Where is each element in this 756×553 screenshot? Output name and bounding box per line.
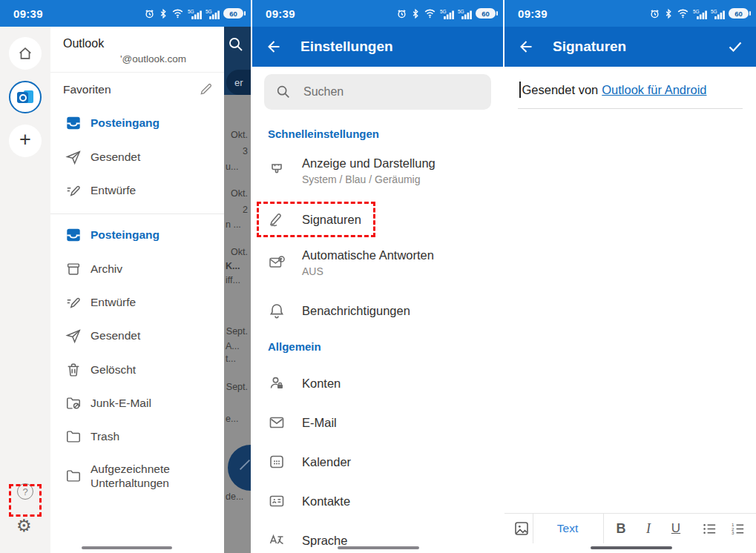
drawer-item-posteingang[interactable]: Posteingang <box>50 218 224 252</box>
settings-item-calendar[interactable]: Kalender <box>252 445 503 479</box>
numbered-list-button[interactable]: 123 <box>726 514 749 543</box>
drawer-item-label: Posteingang <box>91 228 160 242</box>
italic-button[interactable]: I <box>637 514 660 543</box>
drawer-item-geloescht[interactable]: Gelöscht <box>50 353 224 387</box>
paintbrush-icon <box>268 162 286 179</box>
settings-item-contacts[interactable]: Kontakte <box>252 484 503 518</box>
inbox-icon <box>65 115 82 131</box>
folder-icon <box>65 468 82 484</box>
text-style-button[interactable]: Text <box>542 514 594 543</box>
signal-5g-icon: 5G <box>440 8 454 19</box>
home-icon <box>17 45 33 62</box>
section-title-general: Allgemein <box>268 340 321 353</box>
settings-item-label: Konten <box>302 377 341 391</box>
edit-favorites-icon[interactable] <box>199 82 214 96</box>
signal-5g-icon: 5G <box>458 8 472 19</box>
svg-text:5G: 5G <box>206 8 212 13</box>
drawer-item-label: Junk-E-Mail <box>91 396 151 410</box>
accounts-icon <box>268 374 286 392</box>
back-arrow-icon[interactable] <box>516 38 534 56</box>
home-indicator[interactable] <box>338 546 419 549</box>
svg-text:5G: 5G <box>711 8 717 13</box>
drawer-item-label: Entwürfe <box>91 183 136 197</box>
back-arrow-icon[interactable] <box>264 38 282 56</box>
add-account-button[interactable]: + <box>9 125 42 157</box>
settings-search-field[interactable]: Suchen <box>264 74 491 110</box>
settings-item-email[interactable]: E-Mail <box>252 405 503 440</box>
alarm-icon <box>396 8 407 19</box>
wifi-icon <box>424 8 436 19</box>
folder-icon <box>65 428 82 445</box>
divider <box>518 108 743 109</box>
drawer-item-gesendet[interactable]: Gesendet <box>50 319 224 353</box>
favorites-title: Favoriten <box>63 83 111 96</box>
home-indicator[interactable] <box>591 546 672 549</box>
drawer-item-entwuerfe-favorit[interactable]: Entwürfe <box>50 173 224 208</box>
svg-text:5G: 5G <box>440 8 447 13</box>
divider <box>50 72 224 73</box>
bold-button[interactable]: B <box>610 514 632 543</box>
bluetooth-icon <box>664 8 673 19</box>
confirm-check-icon[interactable] <box>726 38 744 56</box>
screen-drawer: 09:39 5G 5G 60 + ? ⚙ O <box>0 0 251 553</box>
signature-link[interactable]: Outlook für Android <box>602 83 706 97</box>
backdrop-fragment: t... <box>226 354 236 364</box>
settings-item-notifications[interactable]: Benachrichtigungen <box>252 294 503 328</box>
status-time: 09:39 <box>13 7 43 20</box>
signature-text-input[interactable]: Gesendet vonOutlook für Android <box>519 80 707 99</box>
dimmed-inbox-header: er <box>224 27 251 95</box>
contact-card-icon <box>268 492 286 510</box>
screen-settings: 09:39 5G 5G 60 Einstellungen Suchen Schn… <box>252 0 503 553</box>
battery-icon: 60 <box>729 8 749 19</box>
mail-icon <box>268 414 286 431</box>
drawer-item-entwuerfe[interactable]: Entwürfe <box>50 285 224 319</box>
svg-text:3: 3 <box>731 529 734 534</box>
home-indicator[interactable] <box>82 546 172 549</box>
send-icon <box>65 149 82 165</box>
search-icon <box>227 36 245 53</box>
account-email: '@outlook.com <box>120 53 186 64</box>
home-button[interactable] <box>9 37 42 70</box>
battery-icon: 60 <box>476 8 496 19</box>
drafts-icon <box>65 294 82 311</box>
format-toolbar: Text B I U 123 <box>504 513 756 543</box>
signature-text: Gesendet von <box>522 83 599 97</box>
dimmed-compose-fab <box>228 445 251 491</box>
settings-item-label: Kontakte <box>302 494 350 509</box>
settings-item-accounts[interactable]: Konten <box>252 366 503 400</box>
drawer-item-aufgezeichnete[interactable]: Aufgezeichnete Unterhaltungen <box>50 452 224 500</box>
status-icons: 5G 5G 60 <box>396 8 496 19</box>
search-icon <box>275 84 292 100</box>
drawer-item-junk[interactable]: Junk-E-Mail <box>50 386 224 420</box>
battery-level: 60 <box>229 10 237 18</box>
settings-item-auto-replies[interactable]: Automatische Antworten AUS <box>252 242 503 283</box>
language-icon <box>268 532 286 549</box>
bullet-list-button[interactable] <box>697 514 721 543</box>
drawer-item-archiv[interactable]: Archiv <box>50 252 224 286</box>
drawer-item-label: Gesendet <box>91 328 140 342</box>
signatures-highlight-box <box>257 202 375 237</box>
drawer-item-gesendet-favorit[interactable]: Gesendet <box>50 140 224 174</box>
backdrop-fragment: A... <box>226 341 240 351</box>
settings-button[interactable]: ⚙ <box>16 517 32 534</box>
toolbar-divider <box>533 514 533 543</box>
bluetooth-icon <box>159 8 168 19</box>
bell-icon <box>268 302 286 319</box>
settings-item-label: Sprache <box>302 534 347 548</box>
favorites-header: Favoriten <box>50 82 224 102</box>
alarm-icon <box>144 8 155 19</box>
page-title: Einstellungen <box>300 39 393 55</box>
insert-image-button[interactable] <box>510 514 533 543</box>
battery-level: 60 <box>481 10 490 18</box>
trash-icon <box>65 362 82 378</box>
drawer-item-trash[interactable]: Trash <box>50 420 224 454</box>
numbered-list-icon: 123 <box>729 520 746 537</box>
drawer-item-label: Entwürfe <box>91 295 136 309</box>
settings-item-subtitle: System / Blau / Geräumig <box>302 173 435 185</box>
drafts-icon <box>65 182 82 199</box>
settings-item-appearance[interactable]: Anzeige und Darstellung System / Blau / … <box>252 150 503 191</box>
underline-button[interactable]: U <box>665 514 687 543</box>
account-avatar-outlook[interactable] <box>9 81 42 113</box>
drawer-item-posteingang-favorit[interactable]: Posteingang <box>50 106 224 140</box>
screenshot-stage: 09:39 5G 5G 60 + ? ⚙ O <box>0 0 756 553</box>
